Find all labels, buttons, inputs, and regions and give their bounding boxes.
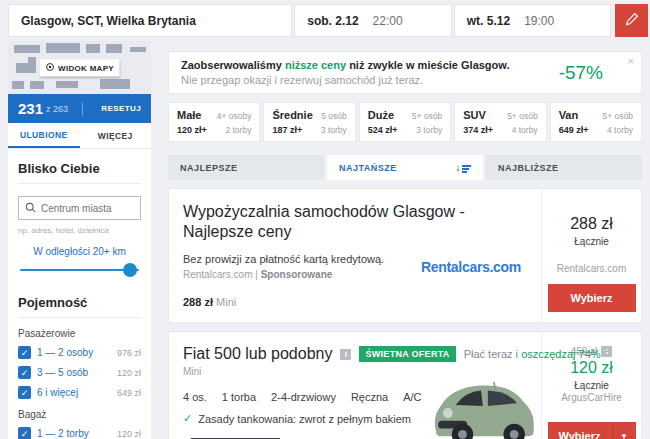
checkbox-checked[interactable]: ✓ [18, 346, 31, 359]
tab-favorites[interactable]: ULUBIONE [8, 123, 80, 148]
check-icon: ✓ [21, 429, 29, 439]
category-name: Van [559, 109, 579, 121]
sort-tab-best[interactable]: NAJLEPSZE [168, 155, 324, 180]
checkbox-label[interactable]: 1 — 2 torby [37, 428, 111, 439]
distance-label[interactable]: W odległości 20+ km [18, 246, 141, 257]
dropoff-time[interactable]: 19:00 [524, 14, 554, 28]
vehicle-title[interactable]: Fiat 500 lub podobny [183, 345, 332, 363]
checkbox-label[interactable]: 6 i więcej [37, 387, 111, 398]
sponsored-label: Sponsorowane [261, 269, 333, 280]
capacity-title: Pojemność [18, 295, 141, 318]
sort-tab-cheapest[interactable]: NAJTAŃSZE ↓ [327, 155, 483, 180]
map-preview[interactable]: WIDOK MAPY [8, 41, 151, 94]
tab-more[interactable]: WIĘCEJ [80, 123, 152, 148]
checkbox-checked[interactable]: ✓ [18, 366, 31, 379]
category-small[interactable]: Małe4+ osoby 120 zł+2 torby [168, 102, 260, 142]
category-price: 374 zł+ [463, 125, 493, 135]
select-button-group: Wybierz ▾ [548, 422, 636, 439]
results-count: 231 [18, 100, 43, 117]
category-bags: 3 torby [416, 125, 442, 135]
select-button[interactable]: Wybierz [548, 284, 636, 312]
filters-sidebar: WIDOK MAPY 231 z 263 RESETUJ ULUBIONE WI… [8, 41, 151, 439]
map-block [16, 63, 28, 73]
source-separator: | [255, 269, 258, 280]
close-icon[interactable]: × [628, 56, 634, 67]
sort-tab-closest[interactable]: NAJBLIŻSZE [486, 155, 642, 180]
map-block [100, 79, 130, 89]
group-bags-label: Bagaż [18, 409, 141, 420]
slider-handle[interactable] [123, 263, 137, 277]
results-count-bar: 231 z 263 RESETUJ [8, 94, 151, 123]
price-alert-banner: Zaobserwowaliśmy niższe ceny niż zwykle … [168, 51, 642, 94]
category-persons: 5+ osób [412, 111, 443, 121]
map-block [12, 81, 24, 89]
vendor-name: ArgusCarHire [561, 392, 622, 403]
category-large[interactable]: Duże5+ osób 524 zł+3 torby [359, 102, 451, 142]
option-price: 649 zł [117, 388, 141, 398]
dropoff-datetime-field[interactable]: wt. 5.12 19:00 [454, 4, 612, 37]
checkbox-row-passengers-3-5[interactable]: ✓ 3 — 5 osób 120 zł [18, 366, 141, 379]
filter-near-you: Blisko Ciebie np. adres, hotel, dzielnic… [8, 149, 151, 283]
location-field[interactable] [8, 4, 292, 37]
sponsored-text: Bez prowizji za płatność kartą kredytową… [183, 253, 421, 280]
sponsored-title[interactable]: Wypożyczalnia samochodów Glasgow - Najle… [183, 202, 527, 241]
spec-seats: 4 os. [183, 391, 207, 403]
map-block [86, 44, 100, 53]
map-view-button[interactable]: WIDOK MAPY [39, 59, 120, 76]
check-icon: ✓ [21, 368, 29, 378]
checkbox-label[interactable]: 3 — 5 osób [37, 367, 111, 378]
sort-order-icon[interactable]: ↓ [456, 163, 472, 173]
info-icon[interactable]: i [601, 346, 612, 357]
reset-filters-button[interactable]: RESETUJ [101, 104, 141, 113]
total-label: Łącznie [574, 236, 608, 247]
vendor-name: Rentalcars.com [557, 263, 626, 274]
banner-subtitle: Nie przegap okazji i rezerwuj samochód j… [181, 74, 559, 86]
check-icon: ✓ [21, 388, 29, 398]
category-persons: 5+ osób [603, 111, 634, 121]
banner-text: Zaobserwowaliśmy niższe ceny niż zwykle … [181, 59, 559, 86]
checkbox-checked[interactable]: ✓ [18, 427, 31, 439]
checkbox-row-passengers-1-2[interactable]: ✓ 1 — 2 osoby 976 zł [18, 346, 141, 359]
category-price: 120 zł+ [177, 125, 207, 135]
map-block [56, 81, 78, 88]
select-button[interactable]: Wybierz [548, 422, 612, 439]
checkbox-row-bags-1-2[interactable]: ✓ 1 — 2 torby 120 zł [18, 427, 141, 439]
map-pin-icon [45, 62, 54, 73]
sort-bars-icon [462, 165, 471, 173]
category-persons: 4+ osoby [217, 111, 252, 121]
sort-tab-label: NAJTAŃSZE [339, 163, 397, 173]
near-you-search-input[interactable] [41, 203, 134, 214]
info-icon[interactable]: i [340, 349, 351, 360]
map-block [46, 43, 80, 53]
pickup-time[interactable]: 22:00 [373, 14, 403, 28]
location-searchbox[interactable] [18, 196, 141, 220]
distance-slider[interactable] [20, 263, 139, 277]
result-body: Wypożyczalnia samochodów Glasgow - Najle… [169, 189, 541, 322]
dropoff-date[interactable]: wt. 5.12 [467, 14, 510, 28]
pickup-date[interactable]: sob. 2.12 [307, 14, 358, 28]
map-block [30, 81, 44, 89]
map-block [14, 45, 40, 53]
checkbox-label[interactable]: 1 — 2 osoby [37, 347, 111, 358]
category-name: Średnie [272, 109, 312, 121]
category-bags: 2 torby [225, 125, 251, 135]
category-van[interactable]: Van5+ osób 649 zł+4 torby [550, 102, 642, 142]
sidebar-tabs: ULUBIONE WIĘCEJ [8, 123, 151, 149]
divider [82, 102, 83, 116]
sort-tabs: NAJLEPSZE NAJTAŃSZE ↓ NAJBLIŻSZE [168, 155, 642, 180]
pickup-datetime-field[interactable]: sob. 2.12 22:00 [294, 4, 452, 37]
map-block [130, 47, 146, 52]
banner-title-suffix: niż zwykle w mieście Glasgow. [346, 59, 509, 71]
location-input[interactable] [21, 14, 279, 28]
edit-search-button[interactable] [615, 4, 648, 37]
map-block [106, 44, 122, 53]
checkbox-checked[interactable]: ✓ [18, 386, 31, 399]
price-column: 288 zł Łącznie Rentalcars.com Wybierz [541, 189, 641, 322]
category-suv[interactable]: SUV5+ osób 374 zł+4 torby [454, 102, 546, 142]
select-dropdown-button[interactable]: ▾ [612, 422, 636, 439]
total-price: 120 zł [570, 359, 613, 377]
category-medium[interactable]: Średnie5 osób 187 zł+3 torby [263, 102, 355, 142]
pencil-icon [625, 12, 639, 29]
checkbox-row-passengers-6plus[interactable]: ✓ 6 i więcej 649 zł [18, 386, 141, 399]
spec-transmission: Ręczna [351, 391, 388, 403]
